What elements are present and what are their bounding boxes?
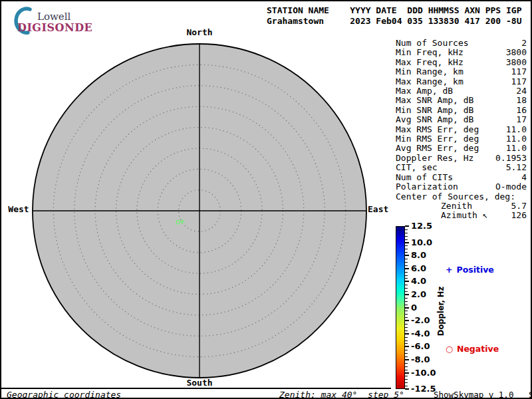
colorbar-minor-tick (405, 239, 408, 240)
colorbar-minor-tick (405, 314, 408, 315)
stat-label: Min Range, km (396, 67, 464, 76)
stat-label: Max Range, km (396, 77, 464, 86)
colorbar-tick-label: 0 (411, 303, 417, 313)
colorbar-major-tick (405, 281, 409, 282)
stat-label: Center of Sources, deg: (396, 192, 515, 201)
colorbar-minor-tick (405, 285, 408, 285)
colorbar-major-tick (405, 359, 409, 360)
colorbar-axis-label: Doppler, Hz (436, 287, 446, 336)
colorbar-tick-label: -8.0 (411, 354, 430, 364)
colorbar-tick-label: -12.5 (411, 384, 436, 394)
colorbar-minor-tick (405, 278, 408, 279)
colorbar-minor-tick (405, 343, 408, 344)
stat-label: CIT, sec (396, 163, 438, 172)
legend-positive: +Positive (446, 265, 494, 275)
colorbar-minor-tick (405, 265, 408, 266)
colorbar-minor-tick (405, 324, 408, 325)
stat-row: Num of CITs4 (396, 173, 527, 182)
stat-row: Max Freq, kHz3800 (396, 58, 527, 67)
colorbar-major-tick (405, 388, 409, 390)
stat-value: O-mode (495, 182, 527, 192)
stat-value: 11.0 (506, 125, 527, 134)
stat-value: 11.0 (506, 134, 527, 144)
stat-row: Max RMS Err, deg11.0 (396, 125, 527, 134)
compass-west-label: West (5, 205, 32, 214)
colorbar-major-tick (405, 346, 409, 347)
colorbar-minor-tick (405, 331, 408, 331)
stat-row: Azimuth ↖126 (396, 211, 527, 220)
skymap-plot (1, 1, 403, 399)
colorbar-minor-tick (405, 317, 408, 318)
stat-value: 18 (516, 96, 527, 105)
colorbar-minor-tick (405, 233, 408, 233)
stat-value: 3800 (506, 58, 527, 67)
stat-label: Max Freq, kHz (396, 58, 464, 67)
colorbar-minor-tick (405, 356, 408, 357)
stat-row: Max Amp, dB24 (396, 86, 527, 96)
stat-value: 4 (521, 173, 527, 182)
legend-negative-label: Negative (457, 344, 499, 354)
stat-label: Avg RMS Err, deg (396, 144, 479, 153)
colorbar-minor-tick (405, 249, 408, 249)
colorbar-tick-label: -2.0 (411, 315, 430, 325)
stat-label: Zenith (396, 201, 472, 211)
colorbar-minor-tick (405, 291, 408, 292)
stat-row: Min Range, km117 (396, 67, 527, 76)
stat-label: Num of CITs (396, 173, 453, 182)
stat-label: Min RMS Err, deg (396, 134, 479, 144)
circle-marker-icon: ○ (446, 344, 453, 354)
legend-negative: ○Negative (446, 344, 499, 354)
colorbar-major-tick (405, 225, 409, 227)
colorbar-minor-tick (405, 376, 408, 376)
colorbar-minor-tick (405, 259, 408, 259)
stat-row: Zenith5.7 (396, 201, 527, 211)
stat-value: 117 (511, 67, 527, 76)
stat-value: 16 (516, 106, 527, 115)
colorbar-minor-tick (405, 382, 408, 383)
stat-value: 5.12 (506, 163, 527, 172)
stat-label: Avg SNR Amp, dB (396, 115, 473, 124)
colorbar-major-tick (405, 242, 409, 243)
stat-label: Min SNR Amp, dB (396, 106, 473, 115)
stat-value: 17 (516, 115, 527, 124)
colorbar-minor-tick (405, 288, 408, 289)
colorbar-major-tick (405, 320, 409, 321)
colorbar-minor-tick (405, 275, 408, 276)
coordinates-note: Geographic coordinates (7, 390, 121, 399)
colorbar-minor-tick (405, 366, 408, 367)
colorbar-minor-tick (405, 353, 408, 354)
colorbar-tick-label: 10.0 (411, 237, 432, 247)
colorbar-tick-label: -6.0 (411, 341, 430, 351)
colorbar-minor-tick (405, 327, 408, 328)
colorbar-major-tick (405, 333, 409, 334)
legend-positive-label: Positive (456, 265, 493, 275)
colorbar-minor-tick (405, 337, 408, 338)
colorbar-minor-tick (405, 363, 408, 364)
zenith-range-note: Zenith: max 40° step 5° (279, 390, 404, 399)
colorbar-minor-tick (405, 350, 408, 350)
colorbar-tick-label: 12.5 (411, 221, 432, 231)
stat-label: Max Amp, dB (396, 86, 453, 96)
colorbar-minor-tick (405, 245, 408, 246)
colorbar-tick-label: -10.0 (411, 368, 436, 378)
plus-marker-icon: + (446, 265, 452, 275)
colorbar-tick-label: -4.0 (411, 329, 430, 338)
colorbar-minor-tick (405, 252, 408, 253)
colorbar-tick-label: 4.0 (411, 276, 426, 286)
colorbar-minor-tick (405, 229, 408, 230)
colorbar-minor-tick (405, 379, 408, 380)
stat-row: Max Range, km117 (396, 77, 527, 86)
stat-value: 3800 (506, 48, 527, 57)
stat-label: Polarization (396, 182, 458, 192)
stats-panel: Num of Sources2Min Freq, kHz3800Max Freq… (396, 39, 527, 221)
colorbar-major-tick (405, 307, 409, 309)
stat-value: 2 (521, 39, 527, 48)
compass-south-label: South (173, 378, 226, 388)
stat-value: 24 (516, 86, 527, 96)
colorbar-tick-label: 2.0 (411, 289, 426, 299)
stat-row: Avg SNR Amp, dB17 (396, 115, 527, 124)
stat-label: Num of Sources (396, 39, 469, 48)
skymap-window: Lowell DIGISONDE STATION NAME YYYY DATE … (0, 0, 532, 399)
stat-row: Center of Sources, deg: (396, 192, 527, 201)
stat-row: Min RMS Err, deg11.0 (396, 134, 527, 144)
